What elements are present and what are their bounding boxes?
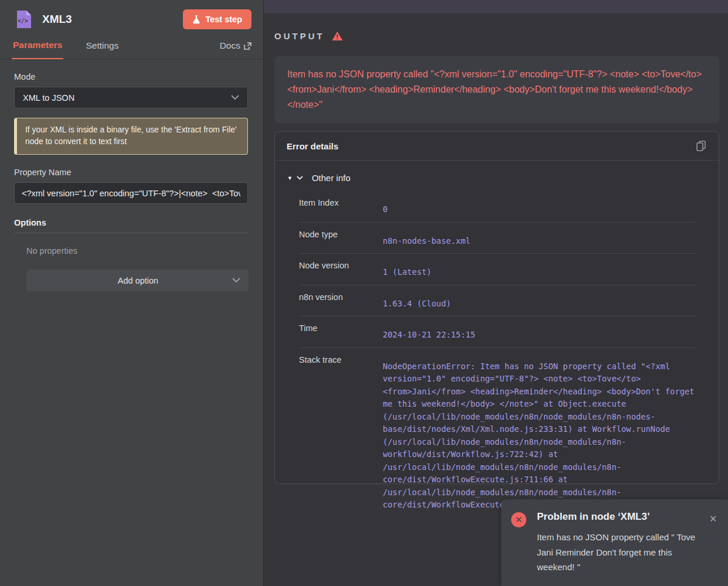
table-row-item-index: Item Index 0: [299, 191, 695, 223]
add-option-button[interactable]: Add option: [26, 270, 249, 291]
error-details-panel: Error details ▼ Other info: [274, 131, 719, 484]
error-details-header: Error details: [275, 132, 719, 161]
caret-down-icon: ▼: [287, 175, 292, 181]
n8n-node-detail-view: </> XML3 Test step Parameters Settings D…: [0, 0, 728, 586]
error-circle-icon: ✕: [511, 512, 526, 527]
external-link-icon: [244, 42, 251, 50]
property-name-label: Property Name: [14, 168, 248, 177]
xml-node-icon: </>: [13, 9, 34, 30]
svg-text:</>: </>: [18, 18, 28, 24]
node-settings-panel: </> XML3 Test step Parameters Settings D…: [0, 0, 264, 586]
row-label: Stack trace: [299, 353, 383, 512]
row-value: 0: [383, 196, 695, 216]
row-label: n8n version: [299, 291, 383, 311]
chevron-down-icon: [231, 95, 239, 100]
node-header: </> XML3 Test step: [0, 0, 263, 35]
error-message-box: Item has no JSON property called "<?xml …: [274, 56, 719, 123]
table-row-n8n-version: n8n version 1.63.4 (Cloud): [299, 285, 695, 317]
row-value: 1.63.4 (Cloud): [383, 291, 695, 311]
tab-parameters[interactable]: Parameters: [12, 40, 63, 59]
row-value: 2024-10-21 22:15:15: [383, 322, 695, 342]
table-row-time: Time 2024-10-21 22:15:15: [299, 316, 695, 348]
output-panel: OUTPUT Item has no JSON property called …: [264, 0, 728, 586]
toast-message: Item has no JSON property called " Tove …: [537, 530, 707, 575]
row-label: Node type: [299, 228, 383, 248]
error-toast: ✕ Problem in node ‘XML3’ Item has no JSO…: [501, 499, 728, 586]
flask-icon: [192, 15, 200, 24]
output-title: OUTPUT: [274, 31, 325, 41]
tab-bar: Parameters Settings Docs: [0, 35, 263, 59]
error-details-title: Error details: [287, 141, 338, 151]
row-value: 1 (Latest): [383, 259, 695, 279]
chevron-down-icon: [297, 176, 303, 180]
table-row-node-version: Node version 1 (Latest): [299, 254, 695, 285]
tab-settings[interactable]: Settings: [84, 40, 120, 59]
property-name-input[interactable]: [14, 182, 248, 204]
panel-top-strip: [264, 0, 728, 13]
mode-select-value: XML to JSON: [23, 93, 231, 103]
test-step-button[interactable]: Test step: [183, 9, 251, 29]
row-label: Node version: [299, 259, 383, 279]
node-title: XML3: [42, 13, 183, 26]
row-value: NodeOperationError: Item has no JSON pro…: [383, 353, 695, 512]
binary-file-notice: If your XML is inside a binary file, use…: [14, 118, 248, 155]
row-label: Time: [299, 322, 383, 342]
docs-label: Docs: [220, 40, 240, 51]
no-properties-text: No properties: [26, 246, 248, 255]
chevron-down-icon: [232, 278, 240, 283]
output-header: OUTPUT: [264, 13, 728, 41]
mode-label: Mode: [14, 72, 248, 81]
copy-icon: [696, 141, 706, 151]
options-section-label: Options: [14, 218, 248, 233]
toast-close-button[interactable]: ✕: [707, 512, 719, 526]
docs-link[interactable]: Docs: [220, 40, 251, 59]
error-info-table: Item Index 0 Node type n8n-nodes-base.xm…: [299, 191, 695, 517]
other-info-label: Other info: [312, 173, 351, 183]
table-row-stack-trace: Stack trace NodeOperationError: Item has…: [299, 348, 695, 517]
toast-content: Problem in node ‘XML3’ Item has no JSON …: [537, 511, 707, 586]
mode-select[interactable]: XML to JSON: [14, 87, 248, 108]
row-value: n8n-nodes-base.xml: [383, 228, 695, 248]
copy-button[interactable]: [695, 139, 707, 152]
test-step-label: Test step: [205, 15, 242, 24]
add-option-label: Add option: [35, 276, 232, 285]
warning-triangle-icon: [332, 31, 343, 41]
row-label: Item Index: [299, 196, 383, 216]
parameters-form: Mode XML to JSON If your XML is inside a…: [0, 59, 263, 291]
other-info-toggle[interactable]: ▼ Other info: [275, 161, 719, 183]
table-row-node-type: Node type n8n-nodes-base.xml: [299, 223, 695, 254]
toast-title: Problem in node ‘XML3’: [537, 511, 707, 523]
